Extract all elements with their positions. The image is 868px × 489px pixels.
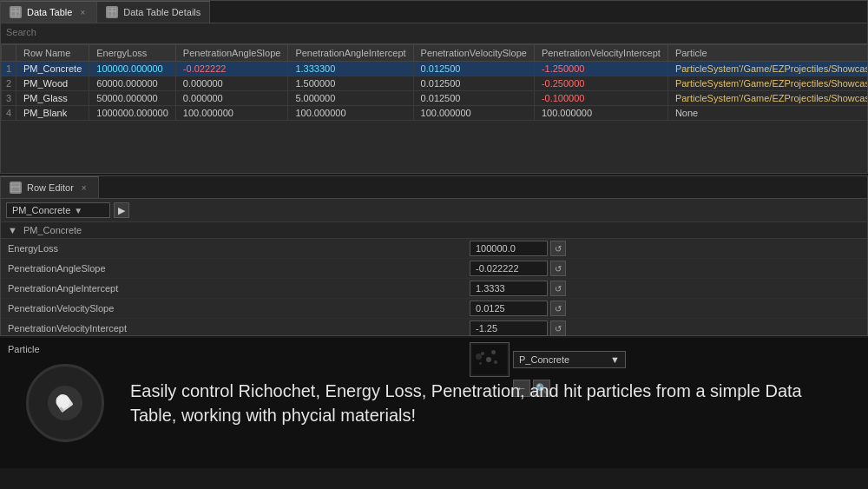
table-row[interactable]: 2 PM_Wood 60000.000000 0.000000 1.500000… xyxy=(2,76,868,91)
row-particle: ParticleSystem'/Game/EZProjectiles/Showc… xyxy=(667,62,867,76)
row-pai: 1.333300 xyxy=(288,62,413,76)
tab-data-table-close[interactable]: × xyxy=(77,7,88,18)
tab-row-editor-close[interactable]: × xyxy=(79,182,89,194)
field-row: PenetrationVelocityIntercept -1.25 ↺ xyxy=(1,319,867,339)
col-header-pas: PenetrationAngleSlope xyxy=(175,45,288,62)
row-pvi: -0.100000 xyxy=(534,91,667,106)
field-label: PenetrationVelocitySlope xyxy=(1,301,470,315)
row-name: PM_Concrete xyxy=(16,62,89,76)
field-row: PenetrationAngleIntercept 1.3333 ↺ xyxy=(1,279,867,299)
col-header-pvi: PenetrationVelocityIntercept xyxy=(534,45,667,62)
row-editor-tab-bar: Row Editor × xyxy=(1,176,867,199)
col-header-pai: PenetrationAngleIntercept xyxy=(288,45,413,62)
row-num: 1 xyxy=(2,62,16,76)
row-pvi: 100.000000 xyxy=(534,106,667,121)
field-value-box: 100000.0 xyxy=(470,241,548,256)
row-selector-dropdown[interactable]: PM_Concrete ▼ xyxy=(6,202,110,218)
field-reset-button[interactable]: ↺ xyxy=(550,320,566,336)
tab-data-table-label: Data Table xyxy=(27,7,72,17)
row-editor-panel: Row Editor × PM_Concrete ▼ ▶ ▼ PM_Concre… xyxy=(0,175,868,336)
row-pvs: 0.012500 xyxy=(413,91,534,106)
row-pai: 100.000000 xyxy=(288,106,413,121)
field-row: PenetrationVelocitySlope 0.0125 ↺ xyxy=(1,299,867,319)
col-header-row-name: Row Name xyxy=(16,45,89,62)
tab-data-table-details[interactable]: Data Table Details xyxy=(97,1,210,23)
particle-name-label: P_Concrete xyxy=(519,354,569,365)
field-value-box: -1.25 xyxy=(470,320,548,336)
field-reset-button[interactable]: ↺ xyxy=(550,301,566,316)
particle-dropdown-row: P_Concrete ▼ xyxy=(470,342,626,377)
row-num: 2 xyxy=(2,76,16,91)
row-pvi: -0.250000 xyxy=(534,76,667,91)
field-value-container: -1.25 ↺ xyxy=(470,320,566,336)
promo-section: Easily control Richochet, Energy Loss, P… xyxy=(0,338,868,468)
particle-dropdown[interactable]: P_Concrete ▼ xyxy=(513,351,626,368)
row-name: PM_Glass xyxy=(16,91,89,106)
table-row[interactable]: 3 PM_Glass 50000.000000 0.000000 5.00000… xyxy=(2,91,868,106)
field-label: PenetrationVelocityIntercept xyxy=(1,321,470,335)
row-energy: 1000000.000000 xyxy=(89,106,176,121)
data-table: Row Name EnergyLoss PenetrationAngleSlop… xyxy=(1,44,867,121)
row-pvi: -1.250000 xyxy=(534,62,667,76)
svg-rect-6 xyxy=(11,183,20,192)
field-row: PenetrationAngleSlope -0.022222 ↺ xyxy=(1,259,867,279)
col-header-num xyxy=(2,45,16,62)
field-reset-button[interactable]: ↺ xyxy=(550,281,566,296)
row-name: PM_Blank xyxy=(16,106,89,121)
table-row[interactable]: 4 PM_Blank 1000000.000000 100.000000 100… xyxy=(2,106,868,121)
row-particle: ParticleSystem'/Game/EZProjectiles/Showc… xyxy=(667,91,867,106)
particle-dropdown-arrow-icon: ▼ xyxy=(610,354,620,365)
row-header: ▼ PM_Concrete xyxy=(1,222,867,239)
table-details-icon xyxy=(106,6,118,18)
row-pas: 0.000000 xyxy=(175,91,288,106)
table-body: 1 PM_Concrete 100000.000000 -0.022222 1.… xyxy=(2,62,868,121)
tab-data-table[interactable]: Data Table × xyxy=(1,1,97,23)
selected-row-label: PM_Concrete xyxy=(12,205,70,215)
data-table-panel: Data Table × Data Table Details Row Name… xyxy=(0,0,868,174)
row-particle: ParticleSystem'/Game/EZProjectiles/Showc… xyxy=(667,76,867,91)
particle-thumbnail xyxy=(470,342,510,377)
field-label: PenetrationAngleSlope xyxy=(1,261,470,275)
row-pvs: 0.012500 xyxy=(413,76,534,91)
search-bar xyxy=(1,23,867,44)
field-value-container: 100000.0 ↺ xyxy=(470,241,566,256)
field-label: PenetrationAngleIntercept xyxy=(1,281,470,295)
row-pvs: 0.012500 xyxy=(413,62,534,76)
field-reset-button[interactable]: ↺ xyxy=(550,241,566,256)
bullet-icon xyxy=(26,364,104,442)
row-energy: 100000.000000 xyxy=(89,62,176,76)
data-table-wrapper: Row Name EnergyLoss PenetrationAngleSlop… xyxy=(1,44,867,175)
particle-thumbnail-inner xyxy=(472,345,507,374)
bullet-svg xyxy=(42,380,89,427)
dropdown-arrow-icon: ▼ xyxy=(74,206,82,215)
tab-data-table-details-label: Data Table Details xyxy=(123,7,201,17)
tab-row-editor[interactable]: Row Editor × xyxy=(1,176,99,198)
field-label: EnergyLoss xyxy=(1,241,470,255)
row-pas: 100.000000 xyxy=(175,106,288,121)
table-row[interactable]: 1 PM_Concrete 100000.000000 -0.022222 1.… xyxy=(2,62,868,76)
field-value-container: 1.3333 ↺ xyxy=(470,281,566,296)
nav-icon: ▶ xyxy=(118,205,125,216)
promo-text: Easily control Richochet, Energy Loss, P… xyxy=(130,379,842,427)
collapse-icon: ▼ xyxy=(8,225,17,235)
row-pai: 1.500000 xyxy=(288,76,413,91)
field-reset-button[interactable]: ↺ xyxy=(550,261,566,276)
row-num: 4 xyxy=(2,106,16,121)
row-header-label: PM_Concrete xyxy=(23,225,82,235)
col-header-particle: Particle xyxy=(667,45,867,62)
field-value-box: 1.3333 xyxy=(470,281,548,296)
row-selector-bar: PM_Concrete ▼ ▶ xyxy=(1,199,867,222)
row-num: 3 xyxy=(2,91,16,106)
row-energy: 50000.000000 xyxy=(89,91,176,106)
row-particle: None xyxy=(667,106,867,121)
field-value-container: -0.022222 ↺ xyxy=(470,261,566,276)
data-table-tab-bar: Data Table × Data Table Details xyxy=(1,1,867,23)
col-header-energy-loss: EnergyLoss xyxy=(89,45,176,62)
field-value-box: -0.022222 xyxy=(470,261,548,276)
col-header-pvs: PenetrationVelocitySlope xyxy=(413,45,534,62)
row-nav-button[interactable]: ▶ xyxy=(114,202,129,218)
field-value-box: 0.0125 xyxy=(470,301,548,316)
row-pas: 0.000000 xyxy=(175,76,288,91)
search-input[interactable] xyxy=(6,27,862,37)
table-header-row: Row Name EnergyLoss PenetrationAngleSlop… xyxy=(2,45,868,62)
